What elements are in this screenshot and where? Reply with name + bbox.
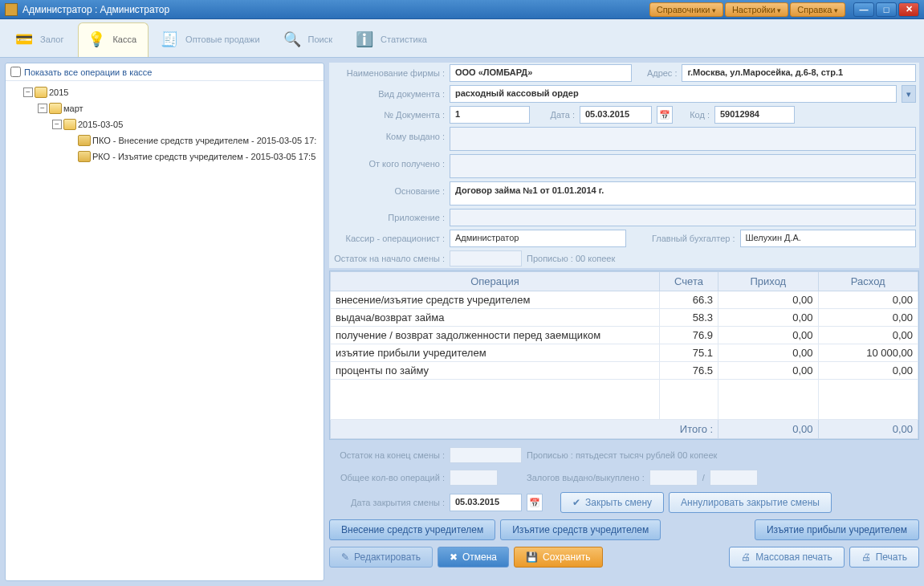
cancel-close-shift-button[interactable]: Аннулировать закрытие смены — [669, 492, 832, 513]
attach-field[interactable] — [450, 209, 916, 226]
from-label: От кого получено : — [332, 154, 445, 169]
tab-label: Статистика — [381, 35, 427, 44]
search-icon: 🔍 — [281, 28, 303, 51]
tab-pledge[interactable]: 💳 Залог — [6, 23, 75, 57]
table-row[interactable]: получение / возврат задолженности перед … — [331, 327, 918, 344]
tab-label: Касса — [112, 35, 136, 44]
show-all-label: Показать все операции в кассе — [24, 67, 152, 77]
endbal-label: Остаток на конец смены : — [332, 450, 445, 460]
table-row[interactable]: выдача/возврат займа58.30,000,00 — [331, 309, 918, 327]
window-title: Администратор : Администратор — [22, 4, 649, 15]
tab-wholesale[interactable]: 🧾 Оптовые продажи — [152, 23, 271, 57]
operations-tree-panel: Показать все операции в кассе − 2015 − м… — [5, 63, 324, 581]
code-field[interactable]: 59012984 — [714, 106, 795, 124]
from-field[interactable] — [450, 154, 916, 178]
tree-op-pko[interactable]: ПКО - Внесение средств учредителем - 201… — [7, 132, 322, 149]
table-row[interactable]: внесение/изъятие средств учредителем66.3… — [331, 291, 918, 309]
inwords-label: Прописью : 00 копеек — [527, 254, 615, 263]
totalops-field — [450, 470, 498, 486]
tab-label: Залог — [40, 35, 63, 44]
closedate-field[interactable]: 05.03.2015 — [450, 494, 522, 511]
wholesale-icon: 🧾 — [158, 28, 181, 51]
doctype-label: Вид документа : — [332, 89, 445, 99]
date-field[interactable]: 05.03.2015 — [580, 106, 652, 124]
folder-icon — [49, 103, 62, 114]
attach-label: Приложение : — [332, 213, 445, 222]
company-label: Наименование фирмы : — [332, 68, 445, 78]
cashier-label: Кассир - операционист : — [332, 234, 445, 243]
col-operation[interactable]: Операция — [331, 272, 660, 291]
withdraw-profit-button[interactable]: Изъятие прибыли учредителем — [755, 519, 919, 540]
calendar-icon[interactable] — [657, 106, 673, 124]
tree-day[interactable]: − 2015-03-05 — [7, 116, 322, 132]
withdraw-founder-button[interactable]: Изъятие средств учредителем — [500, 519, 661, 540]
col-account[interactable]: Счета — [659, 272, 718, 291]
total-expense: 0,00 — [818, 420, 918, 439]
docnum-label: № Документа : — [332, 110, 445, 120]
basis-field[interactable]: Договор займа №1 от 01.01.2014 г. — [450, 181, 916, 206]
deposit-founder-button[interactable]: Внесение средств учредителем — [329, 519, 495, 540]
save-button[interactable]: 💾 Сохранить — [514, 547, 603, 568]
pledges-issued-field — [649, 470, 698, 486]
cancel-button[interactable]: ✖ Отмена — [438, 547, 509, 568]
info-icon: ℹ️ — [353, 28, 376, 51]
print-button[interactable]: 🖨 Печать — [849, 547, 919, 568]
accountant-label: Главный бухгалтер : — [631, 234, 735, 243]
edit-button[interactable]: ✎ Редактировать — [329, 547, 433, 568]
accountant-field[interactable]: Шелухин Д.А. — [740, 230, 917, 247]
operations-tree[interactable]: − 2015 − март − 2015-03-05 ПКО - Внесени… — [6, 81, 324, 168]
inwords2: Прописью : пятьдесят тысяч рублей 00 коп… — [527, 450, 717, 460]
collapse-icon[interactable]: − — [23, 87, 33, 97]
pledge-icon: 💳 — [13, 28, 35, 51]
table-row[interactable]: проценты по займу76.50,000,00 — [331, 362, 918, 380]
menu-settings[interactable]: Настройки — [725, 2, 788, 17]
close-shift-button[interactable]: ✔ Закрыть смену — [560, 492, 664, 513]
tree-month[interactable]: − март — [7, 100, 322, 116]
startbal-label: Остаток на начало смены : — [332, 254, 445, 263]
top-menu: Справочники Настройки Справка — [649, 2, 845, 17]
show-all-checkbox[interactable] — [10, 67, 21, 77]
tab-label: Поиск — [308, 35, 332, 44]
minimize-button[interactable]: — — [853, 2, 874, 17]
tab-cash[interactable]: 💡 Касса — [78, 22, 149, 57]
issued-field[interactable] — [450, 127, 916, 151]
tab-stats[interactable]: ℹ️ Статистика — [347, 23, 438, 57]
folder-icon — [78, 135, 91, 146]
table-row[interactable]: изъятие прибыли учредителем75.10,0010 00… — [331, 344, 918, 362]
collapse-icon[interactable]: − — [38, 104, 47, 113]
total-income: 0,00 — [718, 420, 818, 439]
col-expense[interactable]: Расход — [818, 272, 918, 291]
total-label: Итого : — [331, 420, 718, 439]
doctype-dropdown[interactable]: ▾ — [902, 85, 916, 103]
menu-help[interactable]: Справка — [790, 2, 845, 17]
startbal-field — [450, 250, 522, 267]
collapse-icon[interactable]: − — [52, 120, 62, 129]
date-label: Дата : — [535, 110, 575, 120]
docnum-field[interactable]: 1 — [450, 106, 530, 124]
pledges-returned-field — [710, 470, 758, 486]
mass-print-button[interactable]: 🖨 Массовая печать — [729, 547, 845, 568]
tree-op-rko[interactable]: РКО - Изъятие средств учредителем - 2015… — [7, 149, 322, 165]
close-button[interactable]: ✕ — [898, 2, 919, 17]
menu-dictionaries[interactable]: Справочники — [649, 2, 723, 17]
closedate-label: Дата закрытия смены : — [332, 498, 445, 507]
tab-search[interactable]: 🔍 Поиск — [275, 23, 344, 57]
folder-icon — [63, 119, 76, 130]
calendar-icon[interactable] — [527, 494, 543, 511]
code-label: Код : — [678, 110, 710, 120]
tree-header[interactable]: Показать все операции в кассе — [6, 63, 324, 81]
operations-table[interactable]: Операция Счета Приход Расход внесение/из… — [329, 271, 919, 440]
tab-label: Оптовые продажи — [185, 35, 259, 44]
tree-year[interactable]: − 2015 — [7, 84, 322, 100]
cashier-field[interactable]: Администратор — [450, 230, 626, 247]
pledges-label: Залогов выдано/выкуплено : — [527, 473, 645, 482]
maximize-button[interactable]: □ — [876, 2, 897, 17]
col-income[interactable]: Приход — [718, 272, 818, 291]
titlebar: Администратор : Администратор Справочник… — [0, 0, 924, 19]
app-icon — [5, 3, 18, 16]
address-field[interactable]: г.Москва, ул.Маросейка, д.6-8, стр.1 — [682, 64, 916, 82]
doctype-field[interactable]: расходный кассовый ордер — [450, 85, 897, 103]
folder-icon — [35, 87, 47, 98]
company-field[interactable]: ООО «ЛОМБАРД» — [450, 64, 632, 82]
address-label: Адрес : — [637, 68, 677, 78]
